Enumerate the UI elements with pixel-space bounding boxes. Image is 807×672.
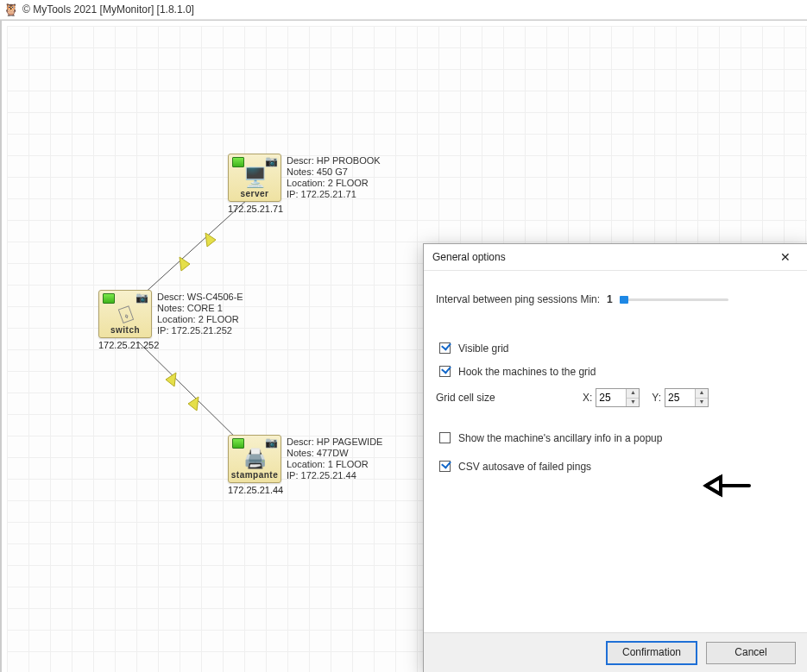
cancel-button[interactable]: Cancel	[706, 642, 796, 664]
node-printer[interactable]: 📷 🖨️ stampante 172.25.21.44 Descr: HP PA…	[228, 435, 283, 495]
node-ip-caption: 172.25.21.252	[98, 340, 159, 350]
node-server-icon[interactable]: 📷 🖥️ server	[228, 154, 281, 202]
grid-x-input[interactable]	[596, 389, 626, 406]
node-type-label: switch	[110, 325, 140, 337]
csv-autosave-label: CSV autosave of failed pings	[458, 461, 591, 473]
grid-y-input[interactable]	[665, 389, 695, 406]
dialog-button-bar: Confirmation Cancel	[424, 632, 807, 672]
svg-line-3	[138, 342, 247, 449]
interval-slider[interactable]	[620, 298, 728, 301]
titlebar: 🦉 © MyTools 2021 [MyMonitor] [1.8.1.0]	[0, 0, 807, 20]
x-label: X:	[583, 392, 592, 404]
slider-thumb-icon[interactable]	[620, 296, 628, 304]
close-icon[interactable]: ✕	[768, 245, 803, 269]
svg-marker-5	[188, 397, 199, 411]
camera-icon: 📷	[265, 437, 278, 448]
node-server[interactable]: 📷 🖥️ server 172.25.21.71 Descr: HP PROBO…	[228, 154, 283, 214]
camera-icon: 📷	[265, 156, 278, 166]
status-green-icon	[103, 293, 115, 304]
grid-cell-size-label: Grid cell size	[436, 392, 583, 404]
interval-label: Interval between ping sessions Min:	[436, 293, 600, 305]
interval-row: Interval between ping sessions Min: 1	[436, 293, 798, 305]
hook-grid-label: Hook the machines to the grid	[458, 366, 596, 378]
node-switch[interactable]: 📷 ⌺ switch 172.25.21.252 Descr: WS-C4506…	[98, 290, 159, 350]
svg-line-0	[133, 198, 249, 304]
csv-autosave-checkbox[interactable]: CSV autosave of failed pings	[436, 458, 591, 474]
grid-x-spinner[interactable]: ▲ ▼	[596, 388, 640, 407]
popup-info-label: Show the machine's ancillary info in a p…	[458, 432, 662, 444]
camera-icon: 📷	[136, 292, 148, 303]
visible-grid-checkbox[interactable]: Visible grid	[436, 340, 508, 356]
switch-glyph-icon: ⌺	[117, 303, 134, 324]
annotation-arrow-icon	[702, 470, 753, 501]
grid-cell-size-row: Grid cell size X: ▲ ▼ Y: ▲ ▼	[436, 388, 798, 407]
confirmation-button[interactable]: Confirmation	[606, 641, 697, 665]
dialog-titlebar[interactable]: General options ✕	[424, 244, 807, 271]
dialog-title: General options	[432, 251, 506, 263]
printer-glyph-icon: 🖨️	[243, 449, 267, 468]
node-switch-icon[interactable]: 📷 ⌺ switch	[98, 290, 152, 338]
hook-grid-checkbox[interactable]: Hook the machines to the grid	[436, 363, 596, 380]
general-options-dialog: General options ✕ Interval between ping …	[423, 243, 807, 672]
popup-info-checkbox[interactable]: Show the machine's ancillary info in a p…	[436, 430, 662, 446]
svg-marker-1	[205, 233, 216, 247]
hook-grid-input[interactable]	[439, 366, 451, 377]
svg-marker-4	[166, 373, 176, 386]
spin-down-icon[interactable]: ▼	[627, 399, 639, 407]
svg-marker-2	[180, 257, 190, 271]
spin-up-icon[interactable]: ▲	[696, 389, 708, 399]
node-ip-caption: 172.25.21.44	[228, 485, 283, 495]
spin-down-icon[interactable]: ▼	[696, 399, 708, 407]
node-switch-info: Descr: WS-C4506-E Notes: CORE 1 Location…	[157, 292, 243, 336]
visible-grid-input[interactable]	[439, 342, 451, 354]
node-server-info: Descr: HP PROBOOK Notes: 450 G7 Location…	[287, 155, 381, 200]
status-green-icon	[232, 438, 244, 449]
node-printer-icon[interactable]: 📷 🖨️ stampante	[228, 435, 281, 483]
interval-value: 1	[607, 293, 613, 305]
csv-autosave-input[interactable]	[439, 461, 451, 472]
popup-info-input[interactable]	[439, 432, 451, 443]
y-label: Y:	[652, 392, 661, 404]
app-title: © MyTools 2021 [MyMonitor] [1.8.1.0]	[22, 3, 194, 16]
visible-grid-label: Visible grid	[458, 342, 508, 355]
spin-up-icon[interactable]: ▲	[627, 389, 639, 399]
node-type-label: server	[240, 189, 268, 201]
grid-y-spinner[interactable]: ▲ ▼	[665, 388, 709, 407]
server-glyph-icon: 🖥️	[243, 168, 267, 187]
node-printer-info: Descr: HP PAGEWIDE Notes: 477DW Location…	[287, 436, 382, 481]
status-green-icon	[232, 157, 244, 167]
node-ip-caption: 172.25.21.71	[228, 204, 283, 214]
dialog-body: Interval between ping sessions Min: 1 Vi…	[424, 271, 807, 632]
app-icon: 🦉	[3, 3, 17, 16]
node-type-label: stampante	[231, 470, 279, 482]
